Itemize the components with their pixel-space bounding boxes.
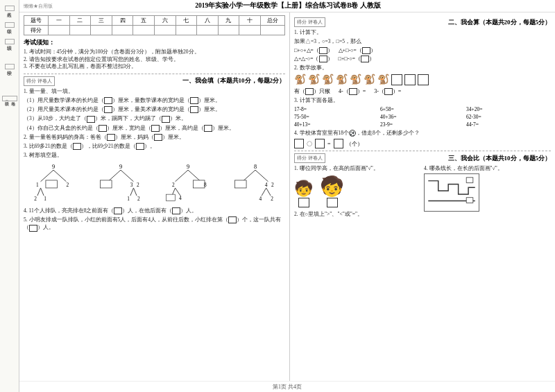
tree-3: 9 2 8 4 — [160, 162, 216, 204]
student-a-checkbox[interactable] — [298, 198, 309, 207]
answer-box-3[interactable] — [334, 139, 343, 148]
answer-box-1[interactable] — [294, 139, 304, 148]
arith-5: 40+36= — [380, 114, 465, 120]
monkey-count[interactable] — [305, 88, 314, 95]
svg-text:9: 9 — [52, 164, 55, 170]
compare-right: 4. 哪条线长，在长的后面画"√"。 — [424, 164, 551, 220]
svg-text:1: 1 — [127, 196, 130, 202]
svg-text:1: 1 — [36, 182, 39, 188]
score-6[interactable] — [154, 26, 176, 35]
monkey-7: 🐒 — [377, 74, 389, 85]
monkey-1: 🐒 — [294, 74, 306, 85]
blank-q4-2[interactable] — [172, 207, 180, 214]
unit-label: （个） — [346, 140, 363, 148]
arith-4: 75-50= — [294, 114, 379, 120]
ans-4[interactable] — [361, 56, 369, 62]
table-header-10: 十 — [239, 16, 261, 26]
trees-container: 9 1 2 2 1 — [24, 162, 285, 204]
monkey-3: 🐒 — [322, 74, 334, 85]
blank-q4-1[interactable] — [114, 207, 122, 214]
margin-label-class: 班级 — [5, 39, 15, 44]
score-9[interactable] — [218, 26, 239, 35]
compare-q2: 2. 在○里填上">"、"<"或"="。 — [294, 210, 421, 218]
divider-1 — [24, 74, 285, 74]
q1-4: （4）你自己文具盒的长约是（）厘米，宽约是（）厘米，高约是（）厘米。 — [24, 124, 285, 132]
table-header-8: 八 — [197, 16, 219, 26]
ans-2[interactable] — [362, 47, 370, 54]
svg-line-17 — [134, 188, 137, 196]
animals-result: 有（）只猴 4-（）= 3-（）= — [294, 87, 551, 95]
note-2: 2. 请告知按要求在试卷的指定位置填写您的姓名、班级、学号。 — [24, 56, 285, 64]
ball-icon: ⚽ — [349, 130, 356, 137]
score-1[interactable] — [49, 26, 70, 35]
section1-score: 得分 评卷人 — [24, 76, 55, 86]
ans-3[interactable] — [319, 56, 327, 62]
expr-1: □+○+△=（） — [294, 47, 333, 54]
monkey-6: 🐒 — [364, 74, 375, 85]
blank-q5-1[interactable] — [228, 216, 237, 223]
blank-2-2[interactable] — [190, 106, 198, 113]
svg-text:2: 2 — [67, 182, 69, 188]
score-8[interactable] — [197, 26, 219, 35]
page-footer: 第1页 共4页 — [19, 381, 555, 392]
score-5[interactable] — [133, 26, 155, 35]
blank-more[interactable] — [73, 143, 81, 150]
blank-mom[interactable] — [154, 134, 162, 141]
left-margin: 姓名 年级 班级 学校 考场（班级） — [0, 0, 19, 392]
svg-rect-24 — [193, 180, 205, 188]
blank-1-2[interactable] — [190, 97, 198, 104]
svg-text:1: 1 — [44, 196, 47, 202]
q5-line: 5. 小明友排成一队排队，小红的前面有5人，后面有4人，从前往后数，小红排在第（… — [24, 216, 285, 232]
section3-header: 得分 评卷人 三、我会比（本题共10分，每题5分） — [294, 153, 551, 163]
monkey-box-1 — [391, 74, 402, 85]
student-b-checkbox[interactable] — [327, 198, 338, 207]
ans-1[interactable] — [319, 47, 327, 54]
eq-sign: = — [327, 141, 331, 147]
svg-line-31 — [242, 170, 255, 182]
blank-2-1[interactable] — [104, 106, 112, 113]
blank-less[interactable] — [136, 143, 144, 150]
score-7[interactable] — [176, 26, 197, 35]
blank-4-1[interactable] — [99, 125, 107, 132]
section2-title: 二、我会算（本题共20分，每题5分） — [448, 18, 552, 27]
answer-box-2[interactable] — [315, 139, 325, 148]
blank-3-1[interactable] — [87, 116, 95, 123]
blank-1-1[interactable] — [104, 97, 112, 104]
student-figures: 🧒 🧒 — [294, 175, 421, 207]
blank-q5-2[interactable] — [29, 225, 37, 232]
svg-line-7 — [41, 188, 44, 196]
margin-label-name: 姓名 — [5, 6, 15, 11]
svg-rect-40 — [466, 178, 473, 183]
score-2[interactable] — [69, 26, 91, 35]
blank-dad[interactable] — [107, 134, 115, 141]
monkey-ans-2[interactable] — [384, 88, 393, 95]
columns: 题号 一 二 三 四 五 六 七 八 九 十 总分 得分 — [19, 12, 555, 381]
monkey-box-2 — [404, 74, 416, 85]
svg-rect-33 — [234, 180, 246, 188]
student-b: 🧒 — [320, 175, 344, 207]
svg-text:4: 4 — [259, 196, 262, 202]
score-4[interactable] — [112, 26, 133, 35]
score-3[interactable] — [91, 26, 112, 35]
arith-9: 44-7= — [466, 121, 551, 128]
blank-4-2[interactable] — [151, 125, 160, 132]
q1-intro: 1. 量一量、填一填。 — [24, 87, 285, 95]
svg-text:9: 9 — [187, 164, 189, 170]
expr-4: □+□-○=（） — [339, 56, 375, 62]
calc-grid: 17-8= 6+58= 34+20= 75-50= 40+36= 62-30= … — [294, 106, 551, 128]
margin-label-grade: 年级 — [5, 22, 15, 28]
monkey-ans-1[interactable] — [349, 88, 357, 95]
calc-row2: △+△-○=（） □+□-○=（） — [294, 56, 551, 62]
svg-text:4: 4 — [264, 182, 267, 188]
score-label: 得分 — [24, 26, 49, 35]
table-header-4: 四 — [112, 16, 133, 26]
score-total[interactable] — [260, 26, 284, 35]
arith-8: 23-9= — [380, 121, 465, 128]
blank-3-2[interactable] — [162, 116, 170, 123]
svg-line-1 — [41, 170, 53, 182]
blank-4-3[interactable] — [204, 125, 212, 132]
margin-label-school: 学校 — [5, 64, 15, 69]
score-10[interactable] — [239, 26, 261, 35]
calc-row1: □+○+△=（） △+□-○=（） — [294, 47, 551, 54]
note-3: 3. 不要在试卷上乱写乱画，卷面不整洁扣3分。 — [24, 63, 285, 71]
